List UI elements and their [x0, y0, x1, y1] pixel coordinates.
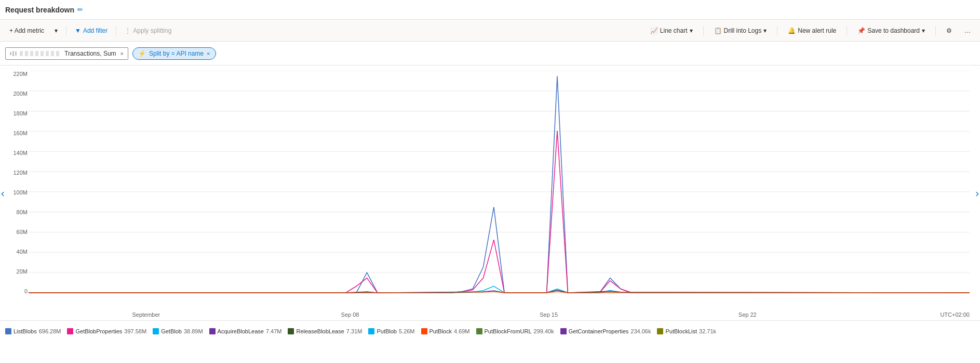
legend-label-putblock: PutBlock: [429, 328, 452, 334]
drill-into-logs-button[interactable]: 📋 Drill into Logs ▾: [710, 25, 771, 36]
split-pill[interactable]: ⚡ Split by = API name ×: [132, 47, 216, 60]
line-chart-icon: 📈: [650, 27, 658, 34]
legend-value-getblobproperties: 397.58M: [124, 328, 146, 334]
legend-color-getblobproperties: [67, 328, 73, 334]
x-label-september: September: [128, 312, 164, 318]
y-label-80m: 80M: [4, 209, 28, 215]
y-label-100m: 100M: [4, 189, 28, 196]
legend-color-getblob: [153, 328, 159, 334]
chart-nav-left[interactable]: ‹: [1, 187, 5, 199]
split-pill-label: Split by = API name: [149, 50, 204, 57]
divider6: [935, 26, 936, 35]
legend-value-acquirebloblease: 7.47M: [266, 328, 282, 334]
legend-item-getblobproperties: GetBlobProperties 397.58M: [67, 328, 146, 334]
more-icon: …: [964, 27, 971, 34]
metric-color-bar: [20, 51, 61, 56]
drill-label: Drill into Logs: [724, 27, 762, 34]
legend-item-putblock: PutBlock 4.69M: [421, 328, 470, 334]
legend-item-putblocklist: PutBlockList 32.71k: [657, 328, 716, 334]
settings-button[interactable]: ⚙: [942, 25, 956, 36]
divider: [66, 26, 66, 35]
legend-item-releasebloblease: ReleaseBlobLease 7.31M: [288, 328, 362, 334]
line-chart-label: Line chart: [660, 27, 688, 34]
legend-item-putblob: PutBlob 5.26M: [368, 328, 414, 334]
legend-label-putblocklist: PutBlockList: [665, 328, 697, 334]
legend-color-acquirebloblease: [209, 328, 216, 334]
legend-color-putblockfromurl: [476, 328, 482, 334]
new-alert-rule-button[interactable]: 🔔 New alert rule: [784, 25, 840, 36]
legend-value-releasebloblease: 7.31M: [346, 328, 363, 334]
legend-label-getblob: GetBlob: [161, 328, 182, 334]
y-label-120m: 120M: [4, 170, 28, 176]
legend-value-getcontainerproperties: 234.06k: [630, 328, 651, 334]
legend-label-putblob: PutBlob: [377, 328, 397, 334]
chart-svg: [29, 71, 970, 294]
toolbar-left: + Add metric ▾ ▼ Add filter ⋮ Apply spli…: [5, 25, 176, 36]
x-label-empty2: [436, 312, 462, 318]
alert-label: New alert rule: [798, 27, 836, 34]
legend-color-releasebloblease: [288, 328, 294, 334]
legend-color-getcontainerproperties: [560, 328, 567, 334]
legend-label-releasebloblease: ReleaseBlobLease: [296, 328, 344, 334]
add-metric-button[interactable]: + Add metric: [5, 25, 48, 36]
line-chart-button[interactable]: 📈 Line chart ▾: [646, 25, 697, 36]
metric-pill-close[interactable]: ×: [120, 50, 124, 57]
y-label-200m: 200M: [4, 90, 28, 97]
y-label-220m: 220M: [4, 71, 28, 77]
metric-pill-label: Transactions, Sum: [64, 50, 116, 57]
legend-label-getblobproperties: GetBlobProperties: [75, 328, 122, 334]
add-filter-label: Add filter: [83, 27, 108, 34]
metric-pill-icon: [10, 51, 17, 56]
chart-section: ‹ › 220M 200M 180M 160M 140M 120M 100M 8…: [0, 66, 980, 320]
save-to-dashboard-button[interactable]: 📌 Save to dashboard ▾: [853, 25, 929, 36]
legend-label-putblockfromurl: PutBlockFromURL: [485, 328, 532, 334]
y-axis: 220M 200M 180M 160M 140M 120M 100M 80M 6…: [4, 71, 27, 294]
x-label-empty4: [834, 312, 860, 318]
x-axis: September Sep 08 Sep 15 Sep 22 UTC+02:00: [29, 312, 970, 318]
legend-item-getcontainerproperties: GetContainerProperties 234.06k: [560, 328, 651, 334]
drill-icon: 📋: [714, 27, 722, 34]
edit-icon[interactable]: ✏: [77, 6, 83, 14]
y-label-180m: 180M: [4, 110, 28, 116]
split-pill-close[interactable]: ×: [207, 50, 210, 57]
legend-value-putblocklist: 32.71k: [699, 328, 716, 334]
y-label-20m: 20M: [4, 268, 28, 275]
legend-label-getcontainerproperties: GetContainerProperties: [569, 328, 629, 334]
alert-icon: 🔔: [788, 27, 796, 34]
metric-pill[interactable]: Transactions, Sum ×: [5, 47, 128, 60]
save-icon: 📌: [857, 27, 865, 34]
x-label-sep15: Sep 15: [536, 312, 562, 318]
divider5: [847, 26, 847, 35]
toolbar-right: 📈 Line chart ▾ 📋 Drill into Logs ▾ 🔔 New…: [646, 25, 975, 36]
legend-value-listblobs: 696.28M: [39, 328, 61, 334]
apply-splitting-button: ⋮ Apply splitting: [120, 25, 176, 36]
y-label-40m: 40M: [4, 249, 28, 255]
page-title: Request breakdown: [5, 6, 74, 14]
save-label: Save to dashboard: [867, 27, 920, 34]
legend-color-listblobs: [5, 328, 11, 334]
legend-color-putblock: [421, 328, 427, 334]
legend-label-acquirebloblease: AcquireBlobLease: [218, 328, 264, 334]
x-label-empty: [238, 312, 264, 318]
y-label-0: 0: [4, 288, 28, 294]
dropdown-icon: ▾: [55, 27, 58, 34]
apply-splitting-label: Apply splitting: [133, 27, 171, 34]
splitting-icon: ⋮: [125, 27, 131, 34]
chart-nav-right[interactable]: ›: [975, 187, 979, 199]
legend-item-getblob: GetBlob 38.89M: [153, 328, 203, 334]
split-icon: ⚡: [138, 50, 146, 57]
add-filter-button[interactable]: ▼ Add filter: [71, 25, 112, 36]
divider2: [116, 26, 116, 35]
legend-value-putblock: 4.69M: [454, 328, 470, 334]
dropdown-button[interactable]: ▾: [50, 25, 62, 36]
x-label-timezone: UTC+02:00: [933, 312, 970, 318]
legend-value-putblockfromurl: 299.40k: [534, 328, 554, 334]
y-label-140m: 140M: [4, 150, 28, 156]
add-metric-label: + Add metric: [9, 27, 44, 34]
toolbar: + Add metric ▾ ▼ Add filter ⋮ Apply spli…: [0, 20, 980, 42]
more-button[interactable]: …: [960, 25, 975, 36]
y-label-160m: 160M: [4, 130, 28, 136]
filters-row: Transactions, Sum × ⚡ Split by = API nam…: [0, 42, 980, 66]
legend-item-putblockfromurl: PutBlockFromURL 299.40k: [476, 328, 554, 334]
legend: ListBlobs 696.28M GetBlobProperties 397.…: [0, 320, 980, 341]
